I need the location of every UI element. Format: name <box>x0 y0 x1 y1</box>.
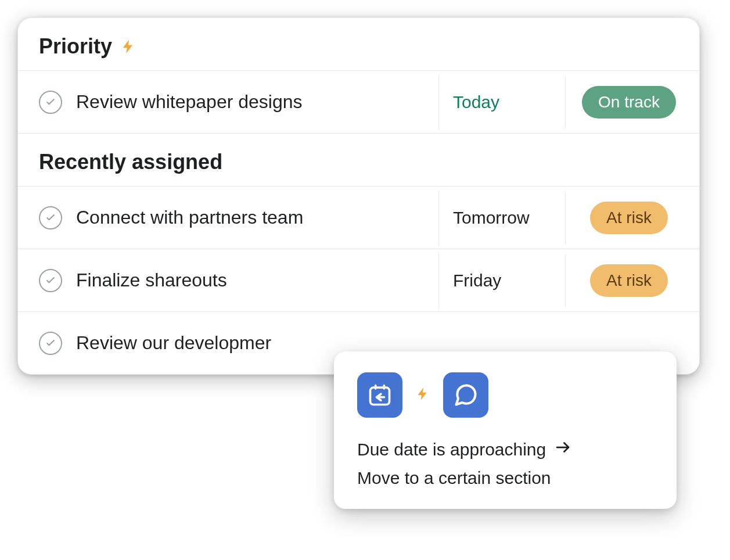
task-main: Finalize shareouts <box>18 253 439 308</box>
status-badge[interactable]: On track <box>582 86 676 119</box>
section-title: Recently assigned <box>39 150 222 174</box>
task-row[interactable]: Connect with partners team Tomorrow At r… <box>18 186 699 249</box>
task-main: Review our developmer <box>18 315 343 371</box>
task-name: Review our developmer <box>76 332 271 354</box>
task-status-cell: At risk <box>566 190 699 246</box>
task-row[interactable]: Finalize shareouts Friday At risk <box>18 249 699 311</box>
task-name: Connect with partners team <box>76 207 303 228</box>
task-name: Review whitepaper designs <box>76 91 303 113</box>
automation-popup: Due date is approaching Move to a certai… <box>334 351 677 509</box>
check-circle-icon[interactable] <box>39 206 62 229</box>
task-date-cell: Today <box>439 76 566 128</box>
task-status-cell: On track <box>566 74 699 130</box>
check-circle-icon[interactable] <box>39 269 62 292</box>
check-circle-icon[interactable] <box>39 332 62 355</box>
task-date: Tomorrow <box>453 208 530 228</box>
status-badge[interactable]: At risk <box>590 202 668 234</box>
task-panel: Priority Review whitepaper designs Today… <box>17 17 700 375</box>
task-name: Finalize shareouts <box>76 270 227 291</box>
popup-action-line: Move to a certain section <box>357 468 653 488</box>
section-title: Priority <box>39 34 112 59</box>
section-header-priority: Priority <box>18 18 699 70</box>
arrow-right-icon <box>554 439 571 460</box>
task-date-cell: Tomorrow <box>439 192 566 244</box>
status-badge[interactable]: At risk <box>590 264 668 297</box>
popup-trigger-text: Due date is approaching <box>357 440 546 460</box>
popup-action-text: Move to a certain section <box>357 468 551 488</box>
task-main: Review whitepaper designs <box>18 74 439 130</box>
task-row[interactable]: Review whitepaper designs Today On track <box>18 70 699 133</box>
popup-icon-row <box>357 372 653 418</box>
calendar-back-icon[interactable] <box>357 372 402 418</box>
task-status-cell: At risk <box>566 253 699 308</box>
lightning-icon <box>120 38 136 55</box>
popup-trigger-line: Due date is approaching <box>357 439 653 460</box>
section-header-recently-assigned: Recently assigned <box>18 133 699 186</box>
task-main: Connect with partners team <box>18 190 439 246</box>
task-date: Friday <box>453 271 501 290</box>
comment-icon[interactable] <box>443 372 488 418</box>
check-circle-icon[interactable] <box>39 91 62 114</box>
task-date: Today <box>453 92 499 112</box>
lightning-icon <box>415 386 430 404</box>
task-date-cell: Friday <box>439 254 566 307</box>
